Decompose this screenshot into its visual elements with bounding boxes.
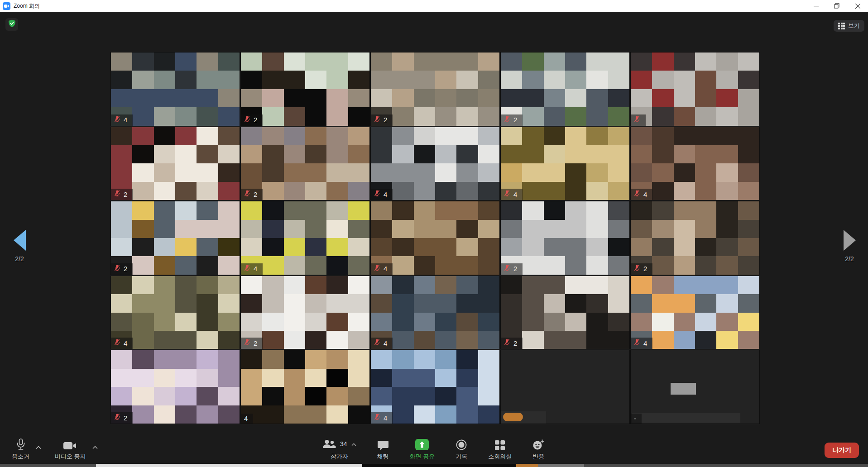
mic-muted-icon	[374, 339, 380, 347]
video-tile[interactable]: 2	[241, 127, 369, 200]
gallery-grid: 4222224442442242424244-	[111, 52, 759, 424]
previous-page-button[interactable]: 2/2	[4, 230, 35, 262]
participants-icon	[322, 439, 336, 450]
arrow-right-icon	[844, 230, 856, 251]
mic-muted-icon	[504, 339, 510, 347]
microphone-icon	[16, 438, 26, 450]
gallery-grid-icon	[838, 23, 845, 29]
mic-muted-icon	[114, 265, 120, 273]
minimize-button[interactable]	[806, 0, 826, 12]
participant-count-text: 4	[384, 340, 387, 347]
mic-muted-icon	[244, 339, 250, 347]
mic-muted-icon	[504, 190, 510, 198]
video-tile[interactable]: 4	[241, 350, 369, 424]
mic-muted-icon	[374, 190, 380, 198]
reactions-button[interactable]: 반응	[532, 438, 544, 461]
chat-button[interactable]: 채팅	[377, 438, 389, 461]
close-button[interactable]	[847, 0, 868, 12]
video-tile[interactable]: 2	[501, 276, 629, 349]
window-titlebar: Zoom 회의	[0, 0, 868, 12]
shield-check-icon	[8, 19, 16, 29]
mic-muted-icon	[114, 116, 120, 124]
participant-label: 2	[111, 263, 133, 275]
mic-muted-icon	[634, 190, 640, 198]
blurred-video-mosaic	[241, 350, 369, 424]
participant-count-text: 2	[124, 265, 127, 272]
video-tile[interactable]: -	[631, 350, 759, 424]
mic-muted-icon	[244, 265, 250, 273]
video-tile[interactable]: 2	[631, 201, 759, 275]
participants-button[interactable]: 34 참가자	[322, 438, 356, 461]
video-tile[interactable]: 4	[241, 201, 369, 275]
participant-label: 4	[371, 263, 393, 275]
record-icon	[456, 438, 467, 450]
stop-video-label: 비디오 중지	[55, 453, 86, 461]
breakout-rooms-button[interactable]: 소회의실	[488, 438, 512, 461]
participants-chevron[interactable]	[351, 441, 356, 448]
meeting-toolbar: 음소거 비디오 중지 34 참가자	[0, 436, 868, 464]
participant-count-text: 2	[513, 116, 517, 123]
video-tile[interactable]: 2	[371, 52, 499, 126]
video-tile[interactable]: 4	[111, 52, 240, 126]
video-tile[interactable]: 4	[111, 276, 240, 349]
participant-label: 2	[501, 114, 523, 126]
blurred-name-blob	[503, 413, 523, 421]
video-tile[interactable]: 4	[501, 127, 629, 200]
next-page-button[interactable]: 2/2	[834, 230, 865, 262]
mic-muted-icon	[634, 116, 640, 124]
participants-count: 34	[340, 440, 347, 448]
security-shield-button[interactable]	[5, 18, 18, 31]
mic-muted-icon	[634, 339, 640, 347]
video-tile[interactable]: 2	[111, 127, 240, 200]
mute-options-chevron[interactable]	[36, 443, 41, 461]
participant-label: 2	[241, 114, 263, 126]
video-tile[interactable]	[631, 52, 759, 126]
participant-count-text: 2	[124, 415, 127, 421]
video-tile[interactable]: 2	[241, 52, 369, 126]
record-button[interactable]: 기록	[456, 438, 467, 461]
share-screen-button[interactable]: 화면 공유	[410, 438, 435, 461]
page-indicator-left: 2/2	[4, 255, 35, 262]
video-tile[interactable]: 2	[501, 52, 629, 126]
video-tile[interactable]: 4	[371, 201, 499, 275]
video-tile[interactable]: 2	[111, 350, 240, 424]
participant-label: 4	[371, 338, 393, 349]
participant-label: 4	[241, 263, 263, 275]
video-tile[interactable]: 4	[371, 127, 499, 200]
participant-count-text: 4	[513, 191, 517, 198]
participant-count-text: 4	[643, 340, 647, 347]
mic-muted-icon	[504, 116, 510, 124]
arrow-left-icon	[14, 230, 26, 251]
participant-count-text: 2	[513, 340, 517, 347]
taskbar-segment	[538, 464, 584, 467]
taskbar-segment	[584, 464, 868, 467]
video-tile[interactable]: 4	[371, 276, 499, 349]
video-tile[interactable]: 2	[241, 276, 369, 349]
video-options-chevron[interactable]	[92, 443, 98, 461]
stop-video-button[interactable]: 비디오 중지	[55, 438, 86, 461]
participant-label: 4	[501, 189, 523, 200]
chat-bubble-icon	[378, 438, 388, 450]
view-button[interactable]: 보기	[834, 20, 864, 32]
taskbar-segment	[96, 464, 362, 467]
video-tile[interactable]: 2	[501, 201, 629, 275]
participant-label	[631, 114, 646, 126]
participant-count-text: 4	[124, 340, 127, 347]
mic-muted-icon	[634, 265, 640, 273]
participant-count-text: 4	[384, 191, 387, 198]
mic-muted-icon	[244, 190, 250, 198]
mic-muted-icon	[114, 190, 120, 198]
participant-count-text: 4	[244, 415, 248, 422]
participant-count-text: 2	[254, 340, 257, 347]
mute-button[interactable]: 음소거	[12, 438, 29, 461]
reactions-label: 반응	[532, 453, 544, 461]
bottom-light-strip	[632, 413, 740, 423]
leave-meeting-button[interactable]: 나가기	[825, 443, 859, 458]
video-tile[interactable]	[501, 350, 629, 424]
video-tile[interactable]: 4	[371, 350, 499, 424]
record-label: 기록	[456, 453, 467, 461]
video-tile[interactable]: 4	[631, 276, 759, 349]
video-tile[interactable]: 2	[111, 201, 240, 275]
video-tile[interactable]: 4	[631, 127, 759, 200]
restore-button[interactable]	[826, 0, 847, 12]
